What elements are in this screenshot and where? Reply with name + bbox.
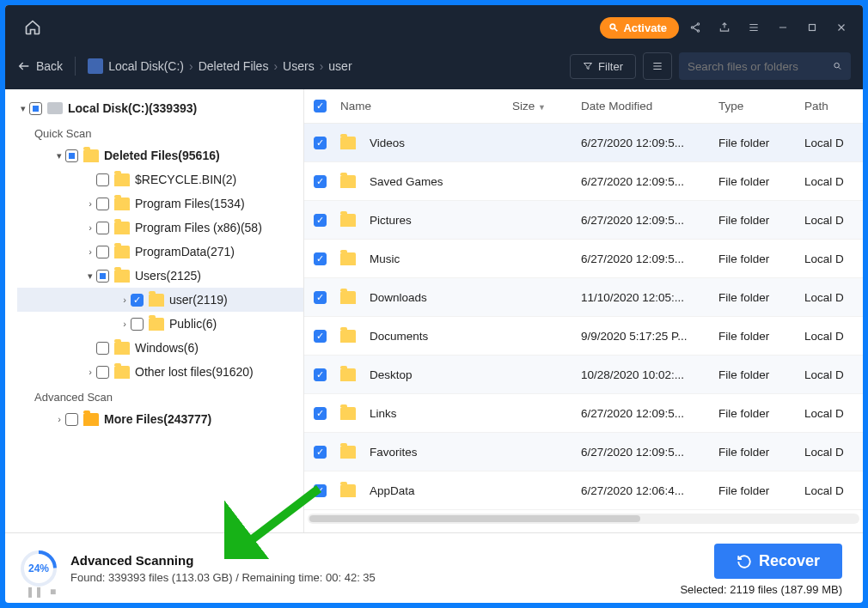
checkbox[interactable]: [65, 149, 78, 162]
folder-icon: [340, 330, 356, 343]
minimize-button[interactable]: [770, 15, 796, 40]
activate-label: Activate: [623, 21, 667, 34]
checkbox[interactable]: ✓: [314, 484, 327, 497]
col-date[interactable]: Date Modified: [581, 100, 718, 112]
viewmode-button[interactable]: [643, 52, 672, 80]
tree-node[interactable]: ›Other lost files(91620): [17, 360, 303, 384]
search-icon[interactable]: [833, 59, 842, 73]
svg-point-5: [834, 63, 840, 68]
breadcrumb[interactable]: Local Disk(C:) › Deleted Files › Users ›…: [88, 58, 351, 74]
table-row[interactable]: ✓Pictures6/27/2020 12:09:5...File folder…: [304, 201, 863, 240]
expand-icon[interactable]: ›: [84, 367, 96, 377]
tree-root-label: Local Disk(C:)(339393): [68, 101, 197, 115]
activate-button[interactable]: Activate: [600, 17, 679, 39]
column-headers[interactable]: ✓ Name Size ▼ Date Modified Type Path: [304, 89, 863, 124]
checkbox[interactable]: ✓: [314, 137, 327, 149]
file-list: ✓ Name Size ▼ Date Modified Type Path ✓V…: [304, 89, 863, 532]
tree-node[interactable]: $RECYCLE.BIN(2): [17, 167, 303, 192]
table-row[interactable]: ✓Favorites6/27/2020 12:09:5...File folde…: [304, 433, 863, 471]
table-row[interactable]: ✓Music6/27/2020 12:09:5...File folderLoc…: [304, 240, 863, 278]
close-button[interactable]: [828, 15, 854, 40]
crumb-0[interactable]: Local Disk(C:): [108, 59, 184, 73]
checkbox[interactable]: ✓: [131, 294, 144, 307]
table-row[interactable]: ✓Links6/27/2020 12:09:5...File folderLoc…: [304, 394, 863, 433]
table-row[interactable]: ✓Documents9/9/2020 5:17:25 P...File fold…: [304, 317, 863, 356]
checkbox[interactable]: ✓: [314, 368, 327, 381]
tree-node[interactable]: ›Program Files(1534): [17, 192, 303, 216]
home-icon[interactable]: [21, 15, 45, 40]
checkbox[interactable]: ✓: [314, 252, 327, 265]
search-input[interactable]: [688, 60, 833, 73]
filter-label: Filter: [598, 60, 623, 73]
file-date: 6/27/2020 12:09:5...: [581, 175, 718, 188]
collapse-icon[interactable]: ▾: [53, 150, 65, 161]
file-date: 6/27/2020 12:09:5...: [581, 214, 718, 227]
recover-button[interactable]: Recover: [714, 544, 842, 579]
checkbox[interactable]: [96, 198, 109, 210]
checkbox[interactable]: ✓: [314, 446, 327, 459]
file-name: Pictures: [370, 214, 412, 227]
expand-icon[interactable]: ›: [119, 319, 131, 329]
tree-deleted-files[interactable]: ▾ Deleted Files(95616): [17, 143, 303, 167]
svg-rect-4: [810, 25, 816, 31]
tree-users[interactable]: ▾Users(2125): [17, 264, 303, 288]
col-size[interactable]: Size ▼: [512, 100, 581, 112]
search-box[interactable]: [679, 52, 851, 80]
menu-icon[interactable]: [741, 15, 767, 40]
table-row[interactable]: ✓AppData6/27/2020 12:06:4...File folderL…: [304, 471, 863, 510]
filter-button[interactable]: Filter: [570, 54, 636, 79]
checkbox[interactable]: [65, 413, 78, 426]
expand-icon[interactable]: ›: [84, 198, 96, 209]
crumb-2[interactable]: Users: [283, 59, 315, 73]
checkbox[interactable]: ✓: [314, 330, 327, 343]
expand-icon[interactable]: ›: [84, 246, 96, 257]
folder-icon: [340, 368, 356, 381]
checkbox[interactable]: [96, 342, 109, 355]
share-icon[interactable]: [682, 15, 708, 40]
crumb-1[interactable]: Deleted Files: [199, 59, 269, 73]
label: Program Files (x86)(58): [135, 221, 262, 234]
tree-node[interactable]: ›ProgramData(271): [17, 240, 303, 264]
checkbox[interactable]: [96, 222, 109, 234]
expand-icon[interactable]: ›: [53, 414, 65, 424]
collapse-icon[interactable]: ▾: [17, 103, 29, 114]
tree-node[interactable]: ›Program Files (x86)(58): [17, 216, 303, 240]
checkbox[interactable]: [96, 270, 109, 283]
tree-user-selected[interactable]: ›✓user(2119): [17, 288, 303, 312]
checkbox[interactable]: [29, 102, 42, 115]
collapse-icon[interactable]: ▾: [84, 271, 96, 282]
tree-root[interactable]: ▾ Local Disk(C:)(339393): [17, 96, 303, 120]
svg-point-0: [611, 24, 615, 28]
export-icon[interactable]: [712, 15, 737, 40]
horizontal-scrollbar[interactable]: [308, 514, 859, 524]
sidebar-tree[interactable]: ▾ Local Disk(C:)(339393) Quick Scan ▾ De…: [5, 89, 304, 532]
table-row[interactable]: ✓Videos6/27/2020 12:09:5...File folderLo…: [304, 124, 863, 162]
checkbox[interactable]: [96, 173, 109, 186]
checkbox[interactable]: [131, 318, 144, 331]
expand-icon[interactable]: ›: [84, 222, 96, 233]
stop-icon[interactable]: ■: [50, 586, 56, 598]
col-name[interactable]: Name: [340, 100, 512, 112]
file-path: Local D: [804, 252, 863, 265]
tree-node[interactable]: ›Public(6): [17, 312, 303, 336]
table-row[interactable]: ✓Saved Games6/27/2020 12:09:5...File fol…: [304, 162, 863, 201]
back-label: Back: [36, 59, 63, 73]
checkbox[interactable]: [96, 246, 109, 258]
table-row[interactable]: ✓Downloads11/10/2020 12:05:...File folde…: [304, 278, 863, 317]
tree-more-files[interactable]: ›More Files(243777): [17, 407, 303, 431]
tree-node[interactable]: Windows(6): [17, 336, 303, 360]
maximize-button[interactable]: [799, 15, 825, 40]
col-type[interactable]: Type: [718, 100, 804, 112]
crumb-3[interactable]: user: [328, 59, 351, 73]
checkbox[interactable]: [96, 366, 109, 379]
pause-icon[interactable]: ❚❚: [26, 586, 43, 598]
back-button[interactable]: Back: [17, 59, 63, 73]
checkbox-all[interactable]: ✓: [314, 100, 327, 112]
checkbox[interactable]: ✓: [314, 407, 327, 420]
col-path[interactable]: Path: [804, 100, 863, 112]
expand-icon[interactable]: ›: [119, 295, 131, 305]
checkbox[interactable]: ✓: [314, 291, 327, 304]
checkbox[interactable]: ✓: [314, 214, 327, 227]
table-row[interactable]: ✓Desktop10/28/2020 10:02:...File folderL…: [304, 356, 863, 394]
checkbox[interactable]: ✓: [314, 175, 327, 188]
